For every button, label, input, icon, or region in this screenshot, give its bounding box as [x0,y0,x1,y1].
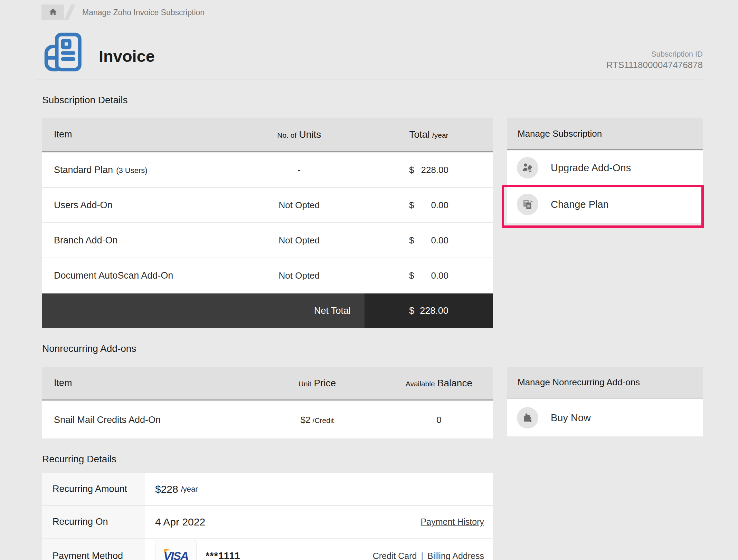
upgrade-addons-label: Upgrade Add-Ons [551,162,631,174]
billing-address-link[interactable]: Billing Address [427,551,484,560]
manage-nonrecurring-panel: Manage Nonrecurring Add-ons Buy Now [507,367,703,436]
page: Manage Zoho Invoice Subscription Invoice… [0,0,738,560]
table-row-autoscan-addon: Document AutoScan Add-On Not Opted $0.00 [42,258,493,293]
table-row-branch-addon: Branch Add-On Not Opted $0.00 [42,223,493,258]
buy-now-label: Buy Now [551,412,591,424]
subscription-id-label: Subscription ID [606,48,703,60]
nonrecurring-title: Nonrecurring Add-ons [42,343,738,354]
subscription-table-header: Item No. of Units Total /year [42,118,493,152]
breadcrumb: Manage Zoho Invoice Subscription [0,0,738,21]
manage-subscription-panel: Manage Subscription Upgrade Add-Ons [507,118,703,223]
units-cell: Not Opted [234,270,365,281]
upgrade-addons-button[interactable]: Upgrade Add-Ons [507,151,703,185]
payment-method-label: Payment Method [42,539,145,560]
page-title: Invoice [99,47,155,66]
card-number: ***1111 [206,550,240,560]
item-cell: Standard Plan(3 Users) [42,165,234,175]
buy-now-icon [517,407,538,428]
breadcrumb-separator-icon [64,4,75,20]
total-cell: $0.00 [365,200,493,211]
column-header-available-balance: Available Balance [385,378,493,389]
manage-subscription-title: Manage Subscription [507,118,703,150]
subscription-table: Item No. of Units Total /year Standard P… [42,118,493,328]
recurring-on-value: 4 Apr 2022 Payment History [145,506,493,538]
home-icon [48,7,58,18]
units-cell: Not Opted [234,235,365,246]
nonrecurring-section: Item Unit Price Available Balance Snail … [42,367,703,438]
change-plan-icon [517,194,538,215]
payment-method-value: VISA ***1111 Credit Card | Billing Addre… [145,539,493,560]
nonrecurring-table: Item Unit Price Available Balance Snail … [42,367,493,438]
recurring-details-title: Recurring Details [42,454,738,465]
recurring-table: Recurring Amount $228/year Recurring On … [42,473,493,560]
subscription-section: Item No. of Units Total /year Standard P… [42,118,703,328]
column-header-total: Total /year [365,129,493,140]
table-row-users-addon: Users Add-On Not Opted $0.00 [42,188,493,222]
credit-card-link[interactable]: Credit Card [373,551,417,560]
unit-price-cell: $2/Credit [249,415,385,425]
column-header-item: Item [42,129,234,140]
recurring-amount-row: Recurring Amount $228/year [42,473,493,505]
recurring-section: Recurring Amount $228/year Recurring On … [42,473,703,560]
subscription-details-title: Subscription Details [42,95,738,106]
balance-cell: 0 [385,415,493,425]
column-header-unit-price: Unit Price [249,378,385,389]
payment-history-link[interactable]: Payment History [421,517,484,527]
buy-now-button[interactable]: Buy Now [507,399,703,436]
column-header-units: No. of Units [234,129,365,140]
recurring-amount-value: $228/year [145,473,493,505]
recurring-on-label: Recurring On [42,506,145,538]
recurring-on-row: Recurring On 4 Apr 2022 Payment History [42,506,493,538]
breadcrumb-home[interactable] [41,4,64,20]
nonrecurring-table-header: Item Unit Price Available Balance [42,367,493,400]
item-cell: Document AutoScan Add-On [42,270,234,281]
change-plan-label: Change Plan [551,199,609,210]
total-cell: $0.00 [365,270,493,281]
subscription-id-value: RTS1118000047476878 [606,60,703,70]
recurring-amount-label: Recurring Amount [42,473,145,505]
change-plan-button[interactable]: Change Plan [507,186,703,223]
upgrade-addons-icon [517,157,538,178]
column-header-item: Item [42,378,249,388]
item-cell: Users Add-On [42,200,234,211]
visa-card-icon: VISA [155,540,197,560]
net-total-row: Net Total $228.00 [42,293,493,328]
table-row-standard-plan: Standard Plan(3 Users) - $228.00 [42,153,493,187]
table-row-snail-mail: Snail Mail Credits Add-On $2/Credit 0 [42,401,493,438]
total-cell: $0.00 [365,235,493,246]
manage-nonrecurring-title: Manage Nonrecurring Add-ons [507,367,703,398]
total-cell: $228.00 [365,165,493,175]
subscription-id-block: Subscription ID RTS1118000047476878 [606,48,703,75]
item-cell: Snail Mail Credits Add-On [42,415,249,425]
units-cell: - [234,165,365,175]
invoice-logo-icon [41,30,86,75]
item-cell: Branch Add-On [42,235,234,246]
change-plan-highlight: Change Plan [507,186,703,223]
net-total-label: Net Total [42,293,365,328]
units-cell: Not Opted [234,200,365,211]
breadcrumb-label: Manage Zoho Invoice Subscription [82,8,205,17]
header-divider [36,79,703,79]
payment-method-row: Payment Method VISA ***1111 Credit Card … [42,539,493,560]
link-separator: | [421,551,424,560]
page-header: Invoice Subscription ID RTS1118000047476… [41,30,703,75]
net-total-amount: $228.00 [365,293,493,328]
